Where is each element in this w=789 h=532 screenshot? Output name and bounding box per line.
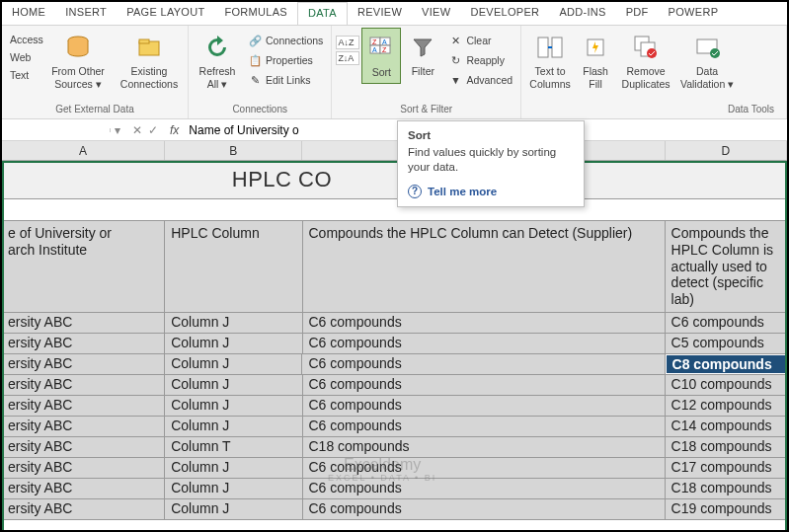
header-supplier: Compounds the HPLC Column can Detect (Su… [303,221,666,312]
table-row[interactable]: ersity ABCColumn TC18 compoundsC18 compo… [2,437,787,458]
tab-view[interactable]: VIEW [412,2,460,25]
table-row[interactable]: ersity ABCColumn JC6 compoundsC10 compou… [2,375,787,396]
cell-c[interactable]: C6 compounds [303,417,666,436]
cell-c[interactable]: C6 compounds [303,313,666,333]
from-text-button[interactable]: Text [6,67,41,83]
namebox-dropdown-icon[interactable]: ▾ [111,123,124,137]
reapply-button[interactable]: ↻Reapply [444,51,516,69]
header-university: e of University or arch Institute [2,221,165,312]
refresh-all-button[interactable]: Refresh All ▾ [193,28,242,94]
cell-c[interactable]: C6 compounds [303,458,666,478]
cell-d[interactable]: C6 compounds [666,313,787,333]
tab-home[interactable]: HOME [2,2,55,25]
cell-b[interactable]: Column J [165,396,302,416]
cell-a[interactable]: ersity ABC [2,499,165,519]
properties-button[interactable]: 📋Properties [244,51,327,69]
cell-b[interactable]: Column J [165,354,302,374]
cell-a[interactable]: ersity ABC [2,375,165,395]
cell-c[interactable]: C6 compounds [303,396,666,416]
cell-d[interactable]: C12 compounds [666,396,787,416]
table-row[interactable]: ersity ABCColumn JC6 compoundsC6 compoun… [2,313,787,334]
group-label-datatools: Data Tools [525,102,782,116]
tooltip-tell-me-more[interactable]: ? Tell me more [408,185,574,198]
cancel-icon[interactable]: ✕ [132,123,142,137]
cell-c[interactable]: C18 compounds [303,437,666,457]
cell-a[interactable]: ersity ABC [2,396,165,416]
tab-developer[interactable]: DEVELOPER [460,2,549,25]
cell-c[interactable]: C6 compounds [303,499,666,519]
table-row[interactable]: ersity ABCColumn JC6 compoundsC17 compou… [2,458,787,479]
cell-c[interactable]: C6 compounds [302,354,665,374]
cell-a[interactable]: ersity ABC [2,334,165,353]
cell-b[interactable]: Column J [165,458,302,478]
edit-links-button[interactable]: ✎Edit Links [244,71,327,89]
sort-za-button[interactable]: Z↓A [336,51,359,65]
cell-b[interactable]: Column J [165,417,302,436]
name-box[interactable] [2,128,111,132]
cell-d[interactable]: C18 compounds [666,437,787,457]
col-header-b[interactable]: B [165,141,302,160]
worksheet[interactable]: HPLC COLUMNS IN THE AREA e of University… [2,161,787,520]
cell-c[interactable]: C6 compounds [303,334,666,353]
cell-d[interactable]: C19 compounds [666,499,787,519]
enter-icon[interactable]: ✓ [148,123,158,137]
cell-b[interactable]: Column J [165,499,302,519]
col-header-a[interactable]: A [2,141,165,160]
table-row[interactable]: ersity ABCColumn JC6 compoundsC19 compou… [2,499,787,520]
cell-a[interactable]: ersity ABC [2,479,165,498]
tab-addins[interactable]: ADD-INS [549,2,615,25]
cell-a[interactable]: ersity ABC [2,313,165,333]
cell-c[interactable]: C6 compounds [303,479,666,498]
svg-text:A: A [382,38,387,45]
existing-connections-button[interactable]: Existing Connections [115,28,184,94]
cell-b[interactable]: Column J [165,313,302,333]
filter-button[interactable]: Filter [403,28,442,82]
advanced-button[interactable]: ▼Advanced [444,71,516,89]
data-validation-button[interactable]: Data Validation ▾ [677,28,737,94]
cell-a[interactable]: ersity ABC [2,458,165,478]
cell-a[interactable]: ersity ABC [2,437,165,457]
cell-a[interactable]: ersity ABC [2,417,165,436]
col-header-d[interactable]: D [666,141,787,160]
table-row[interactable]: ersity ABCColumn JC6 compoundsC18 compou… [2,479,787,499]
cell-d[interactable]: C10 compounds [666,375,787,395]
tab-review[interactable]: REVIEW [348,2,412,25]
from-access-button[interactable]: Access [6,32,41,47]
svg-text:A: A [372,46,377,53]
cell-d[interactable]: C8 compounds [666,354,787,374]
clear-button[interactable]: ✕Clear [444,32,516,49]
remove-dup-icon [630,32,662,63]
table-row[interactable]: ersity ABCColumn JC6 compoundsC12 compou… [2,396,787,417]
sort-button[interactable]: ZAAZ Sort [361,28,401,84]
remove-duplicates-button[interactable]: Remove Duplicates [616,28,675,94]
tab-page-layout[interactable]: PAGE LAYOUT [117,2,214,25]
table-row[interactable]: ersity ABCColumn JC6 compoundsC14 compou… [2,417,787,437]
advanced-icon: ▼ [448,73,462,87]
from-other-sources-button[interactable]: From Other Sources ▾ [43,28,113,94]
table-row[interactable]: ersity ABCColumn JC6 compoundsC5 compoun… [2,334,787,354]
cell-a[interactable]: ersity ABC [2,354,165,374]
sort-az-button[interactable]: A↓Z [336,36,359,49]
tab-powerp[interactable]: POWERP [659,2,729,25]
cell-d[interactable]: C5 compounds [666,334,787,353]
cell-b[interactable]: Column J [165,479,302,498]
cell-c[interactable]: C6 compounds [303,375,666,395]
cell-b[interactable]: Column T [165,437,302,457]
cell-d[interactable]: C17 compounds [666,458,787,478]
text-to-columns-button[interactable]: Text to Columns [525,28,575,94]
tab-insert[interactable]: INSERT [55,2,117,25]
table-row[interactable]: ersity ABCColumn JC6 compoundsC8 compoun… [2,354,787,375]
from-web-button[interactable]: Web [6,49,41,65]
cell-b[interactable]: Column J [165,375,302,395]
fx-icon[interactable]: fx [166,123,183,137]
cell-b[interactable]: Column J [165,334,302,353]
flash-fill-button[interactable]: Flash Fill [577,28,614,94]
cell-d[interactable]: C14 compounds [666,417,787,436]
group-connections: Refresh All ▾ 🔗Connections 📋Properties ✎… [189,26,332,118]
connections-button[interactable]: 🔗Connections [244,32,327,49]
tab-data[interactable]: DATA [297,2,348,25]
tab-formulas[interactable]: FORMULAS [214,2,297,25]
header-hplc-column: HPLC Column [165,221,302,312]
tab-pdf[interactable]: PDF [616,2,659,25]
cell-d[interactable]: C18 compounds [666,479,787,498]
